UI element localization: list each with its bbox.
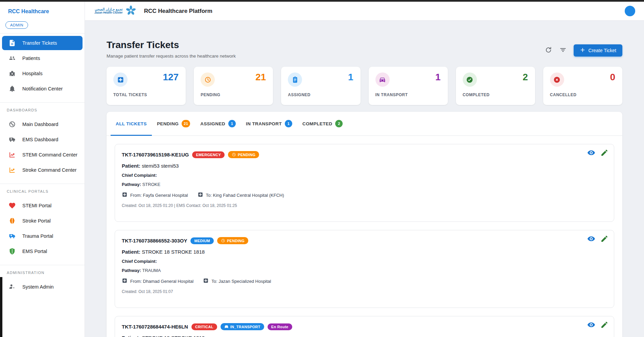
app-root: RCC Healthcare ADMIN Transfer TicketsPat…: [0, 0, 644, 337]
sidebar-section-title: DASHBOARDS: [0, 103, 85, 115]
filter-button[interactable]: [559, 46, 567, 55]
create-ticket-label: Create Ticket: [589, 48, 616, 53]
sidebar-item-label: STEMI Portal: [22, 202, 51, 209]
stat-icon-circle: [463, 72, 477, 87]
top-header: تجمع جـازان الصحي Jazan Health Cluster R…: [85, 0, 644, 21]
tab-count-badge: 21: [182, 120, 190, 127]
content-area: Transfer Tickets Manage patient transfer…: [85, 21, 644, 337]
page-title: Transfer Tickets: [107, 40, 236, 50]
sidebar-item-hospitals[interactable]: Hospitals: [2, 66, 83, 81]
view-ticket-button[interactable]: [587, 321, 595, 330]
ticket-id: TKT-1760739615198-KE1UG: [122, 152, 189, 157]
sidebar-item-patients[interactable]: Patients: [2, 51, 83, 65]
tab-count-badge: 1: [228, 120, 236, 127]
stat-label: ASSIGNED: [288, 92, 353, 97]
sidebar-item-ems-portal[interactable]: EMS Portal: [2, 244, 83, 258]
tab-label: COMPLETED: [302, 121, 332, 126]
hospital-plus-icon: [198, 192, 203, 197]
field-label: Patient:: [122, 163, 140, 169]
ticket-actions: [587, 149, 608, 158]
tab-pending[interactable]: PENDING21: [152, 112, 195, 135]
sidebar-brand: RCC Healthcare: [0, 2, 85, 15]
ticket-badge-en-route: En Route: [268, 323, 292, 330]
to-hospital: To: Jazan Specialized Hospital: [203, 278, 271, 285]
hospital-text: From: Dhamad General Hospital: [130, 279, 193, 284]
field-label: Pathway:: [122, 268, 141, 273]
ticket-badge-critical: CRITICAL: [191, 323, 217, 330]
sidebar-item-stemi-command-center[interactable]: STEMI Command Center: [2, 148, 83, 162]
eye-icon: [587, 235, 595, 243]
tab-completed[interactable]: COMPLETED2: [297, 112, 348, 135]
stat-value: 0: [610, 72, 615, 83]
sidebar-item-trauma-portal[interactable]: Trauma Portal: [2, 229, 83, 243]
tab-label: ASSIGNED: [200, 121, 225, 126]
sidebar-item-label: Transfer Tickets: [22, 40, 57, 47]
field-value: King Fahad Central Hospital (KFCH): [213, 193, 284, 198]
filter-icon: [559, 46, 567, 54]
stat-value: 21: [255, 72, 266, 83]
tab-label: IN TRANSPORT: [246, 121, 282, 126]
edit-ticket-button[interactable]: [600, 235, 608, 244]
meta-row: Chief Complaint:: [122, 173, 607, 178]
ticket-head: TKT-1760738866552-303OYMEDIUMPENDING: [122, 237, 607, 244]
sidebar-item-label: STEMI Command Center: [22, 151, 77, 159]
tab-all-tickets[interactable]: ALL TICKETS: [111, 112, 152, 135]
clipboard-icon: [292, 76, 299, 83]
sidebar-item-stroke-portal[interactable]: Stroke Portal: [2, 214, 83, 228]
create-ticket-button[interactable]: Create Ticket: [574, 44, 622, 57]
tab-count-badge: 1: [285, 120, 292, 127]
bell-icon: [8, 85, 16, 92]
sidebar-item-stroke-command-center[interactable]: Stroke Command Center: [2, 163, 83, 177]
stat-icon-circle: [113, 72, 128, 87]
sidebar-item-notification-center[interactable]: Notification Center: [2, 82, 83, 96]
stat-card-completed: 2COMPLETED: [456, 67, 535, 105]
from-hospital: From: Fayfa General Hospital: [122, 192, 188, 198]
tab-assigned[interactable]: ASSIGNED1: [195, 112, 241, 135]
stat-value: 2: [523, 72, 528, 83]
ticket-card: TKT-1760739615198-KE1UGEMERGENCYPENDINGP…: [115, 144, 614, 222]
view-ticket-button[interactable]: [587, 149, 595, 158]
dashboard-icon: [8, 121, 16, 128]
stat-value: 1: [348, 72, 353, 83]
main-column: تجمع جـازان الصحي Jazan Health Cluster R…: [85, 0, 644, 337]
stat-label: IN TRANSPORT: [375, 92, 441, 97]
sidebar-item-system-admin[interactable]: System Admin: [2, 280, 83, 294]
field-label: Chief Complaint:: [122, 173, 157, 178]
refresh-icon: [545, 46, 552, 54]
flower-icon: [125, 5, 137, 16]
user-avatar[interactable]: [625, 6, 635, 16]
stat-card-pending: 21PENDING: [194, 67, 273, 105]
chart-icon: [8, 151, 16, 159]
stat-icon-circle: [550, 72, 564, 87]
plus-icon: [580, 47, 585, 54]
edit-ticket-button[interactable]: [600, 321, 608, 330]
shield-icon: [8, 248, 16, 255]
badge-label: EMERGENCY: [196, 153, 221, 157]
edit-ticket-button[interactable]: [600, 149, 608, 158]
org-logo: تجمع جـازان الصحي Jazan Health Cluster: [94, 5, 137, 18]
sidebar-section-title: ADMINISTRATION: [0, 265, 85, 277]
brain-icon: [8, 217, 16, 225]
sidebar-item-stemi-portal[interactable]: STEMI Portal: [2, 198, 83, 213]
chart-icon: [8, 166, 16, 174]
ticket-badge-medium: MEDIUM: [190, 237, 213, 244]
refresh-button[interactable]: [545, 46, 552, 55]
badge-label: En Route: [271, 325, 289, 329]
window-edge-left: [0, 277, 2, 337]
sidebar-item-ems-dashboard[interactable]: EMS Dashboard: [2, 132, 83, 147]
badge-label: PENDING: [238, 153, 255, 157]
ticket-actions: [587, 321, 608, 330]
field-label: To:: [211, 279, 217, 284]
sidebar-item-transfer-tickets[interactable]: Transfer Tickets: [2, 36, 83, 50]
sidebar-item-label: Notification Center: [22, 85, 63, 92]
edit-icon: [600, 149, 608, 157]
sidebar-item-label: Trauma Portal: [22, 233, 53, 240]
view-ticket-button[interactable]: [587, 235, 595, 244]
stats-row: 127TOTAL TICKETS21PENDING1ASSIGNED1IN TR…: [107, 67, 622, 105]
sidebar-section: System Admin: [0, 277, 85, 296]
sidebar-item-main-dashboard[interactable]: Main Dashboard: [2, 117, 83, 131]
route-row: From: Fayfa General HospitalTo: King Fah…: [122, 192, 607, 198]
tab-in-transport[interactable]: IN TRANSPORT1: [241, 112, 297, 135]
page-head: Transfer Tickets Manage patient transfer…: [107, 40, 622, 59]
page-app-title: RCC Healthcare Platform: [144, 8, 212, 15]
